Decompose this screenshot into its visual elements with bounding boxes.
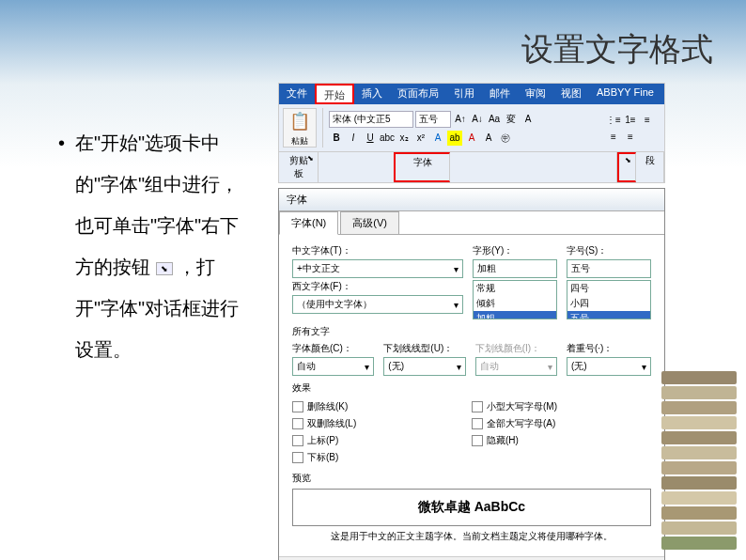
lbl-color: 字体颜色(C)： bbox=[292, 342, 374, 355]
tab-mail[interactable]: 邮件 bbox=[482, 84, 518, 104]
lbl-preview: 预览 bbox=[292, 472, 651, 485]
ribbon-tabs: 文件 开始 插入 页面布局 引用 邮件 审阅 视图 ABBYY Fine bbox=[279, 84, 664, 104]
lbl-style: 字形(Y)： bbox=[473, 244, 557, 257]
underline-icon[interactable]: U bbox=[363, 131, 378, 146]
tab-abbyy[interactable]: ABBYY Fine bbox=[589, 84, 661, 104]
border-icon[interactable]: A bbox=[521, 112, 536, 127]
group-clipboard: 剪贴板 ⬊ bbox=[279, 152, 319, 182]
group-paragraph: 段 bbox=[636, 152, 664, 182]
lbl-west-font: 西文字体(F)： bbox=[292, 280, 463, 293]
cb-dblstrike[interactable] bbox=[292, 418, 303, 429]
color-combo[interactable]: 自动▾ bbox=[292, 357, 374, 376]
lbl-cn-font: 中文字体(T)： bbox=[292, 244, 463, 257]
font-name-select[interactable]: 宋体 (中文正5 bbox=[329, 111, 413, 128]
launcher-icon-inline: ⬊ bbox=[156, 262, 173, 275]
cb-sub[interactable] bbox=[292, 452, 303, 463]
lbl-size: 字号(S)： bbox=[567, 244, 651, 257]
italic-icon[interactable]: I bbox=[346, 131, 361, 146]
text-effect-icon[interactable]: A bbox=[430, 131, 445, 146]
emphasis-combo[interactable]: (无)▾ bbox=[567, 357, 651, 376]
lbl-effects: 效果 bbox=[292, 381, 651, 395]
tab-review[interactable]: 审阅 bbox=[518, 84, 553, 104]
preview-desc: 这是用于中文的正文主题字体。当前文档主题定义将使用哪种字体。 bbox=[292, 530, 651, 543]
bold-icon[interactable]: B bbox=[329, 131, 344, 146]
align-center-icon[interactable]: ≡ bbox=[623, 129, 638, 144]
bullet-part1: 在"开始"选项卡中的"字体"组中进行，也可单击"字体"右下方的按钮 bbox=[75, 132, 239, 277]
dialog-title: 字体 bbox=[279, 189, 664, 211]
dlg-tab-font[interactable]: 字体(N) bbox=[279, 211, 338, 235]
lbl-ul-color: 下划线颜色(I)： bbox=[475, 342, 557, 355]
style-listbox[interactable]: 常规 倾斜 加粗 bbox=[473, 280, 557, 319]
cn-font-combo[interactable]: +中文正文▾ bbox=[292, 259, 463, 278]
slide-bullet: 在"开始"选项卡中的"字体"组中进行，也可单击"字体"右下方的按钮 ⬊ ，打开"… bbox=[75, 122, 254, 370]
lbl-all-text: 所有文字 bbox=[292, 325, 651, 338]
numbering-icon[interactable]: 1≡ bbox=[623, 112, 638, 127]
lbl-emphasis: 着重号(·)： bbox=[567, 342, 651, 355]
cb-smallcaps[interactable] bbox=[472, 401, 483, 412]
dlg-tab-advanced[interactable]: 高级(V) bbox=[340, 211, 399, 234]
cb-allcaps[interactable] bbox=[472, 418, 483, 429]
subscript-icon[interactable]: x₂ bbox=[396, 131, 412, 146]
tab-ref[interactable]: 引用 bbox=[446, 84, 482, 104]
clipboard-launcher-icon[interactable]: ⬊ bbox=[304, 154, 316, 165]
cb-strike[interactable] bbox=[292, 401, 303, 412]
enclose-icon[interactable]: ㊥ bbox=[498, 131, 513, 146]
size-input[interactable]: 五号 bbox=[567, 259, 651, 278]
tab-home[interactable]: 开始 bbox=[315, 84, 354, 104]
chevron-down-icon: ▾ bbox=[454, 300, 458, 310]
font-launcher-icon[interactable]: ⬊ bbox=[622, 156, 633, 167]
style-input[interactable]: 加粗 bbox=[473, 259, 557, 278]
books-decoration bbox=[661, 363, 737, 551]
phonetic-icon[interactable]: 変 bbox=[504, 112, 519, 127]
strike-icon[interactable]: abc bbox=[380, 131, 395, 146]
cb-super[interactable] bbox=[292, 435, 303, 446]
preview-box: 微软卓越 AaBbCc bbox=[292, 489, 651, 526]
char-shading-icon[interactable]: A bbox=[481, 131, 496, 146]
multilevel-icon[interactable]: ≡ bbox=[640, 112, 655, 127]
align-left-icon[interactable]: ≡ bbox=[606, 129, 621, 144]
tab-layout[interactable]: 页面布局 bbox=[390, 84, 446, 104]
tab-view[interactable]: 视图 bbox=[553, 84, 589, 104]
shrink-font-icon[interactable]: A↓ bbox=[470, 112, 485, 127]
group-font: 字体 bbox=[394, 152, 450, 182]
ul-color-combo: 自动▾ bbox=[475, 357, 557, 376]
chevron-down-icon: ▾ bbox=[454, 264, 458, 274]
west-font-combo[interactable]: （使用中文字体）▾ bbox=[292, 295, 463, 314]
superscript-icon[interactable]: x² bbox=[413, 131, 428, 146]
slide-title: 设置文字格式 bbox=[521, 28, 713, 71]
tab-file[interactable]: 文件 bbox=[279, 84, 315, 104]
highlight-icon[interactable]: ab bbox=[447, 131, 462, 146]
paste-button[interactable]: 粘贴 bbox=[283, 108, 317, 148]
font-dialog: 字体 字体(N) 高级(V) 中文字体(T)： +中文正文▾ 西文字体(F)： … bbox=[278, 188, 665, 560]
bullets-icon[interactable]: ⋮≡ bbox=[606, 112, 621, 127]
lbl-underline: 下划线线型(U)： bbox=[383, 342, 465, 355]
cb-hidden[interactable] bbox=[472, 435, 483, 446]
grow-font-icon[interactable]: A↑ bbox=[453, 112, 468, 127]
ribbon-toolbar: 粘贴 宋体 (中文正5 五号 A↑ A↓ Aa 変 A B I U abc x₂… bbox=[279, 104, 664, 151]
word-ribbon: 文件 开始 插入 页面布局 引用 邮件 审阅 视图 ABBYY Fine 粘贴 … bbox=[278, 83, 665, 183]
size-listbox[interactable]: 四号 小四 五号 bbox=[567, 280, 651, 319]
font-color-icon[interactable]: A bbox=[464, 131, 479, 146]
underline-combo[interactable]: (无)▾ bbox=[383, 357, 465, 376]
change-case-icon[interactable]: Aa bbox=[487, 112, 502, 127]
tab-insert[interactable]: 插入 bbox=[354, 84, 390, 104]
font-launcher[interactable]: ⬊ bbox=[617, 152, 636, 182]
font-size-select[interactable]: 五号 bbox=[415, 111, 451, 128]
